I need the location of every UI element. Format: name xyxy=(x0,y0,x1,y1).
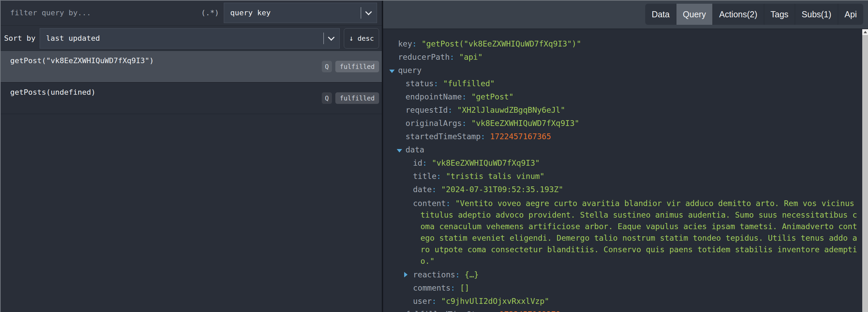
tree-row-startedtimestamp: startedTimeStamp: 1722457167365 xyxy=(398,130,862,143)
sort-by-select[interactable]: last updated xyxy=(40,28,340,49)
arrow-down-icon: ↓ xyxy=(349,34,353,42)
rtk-query-devtools: (.*) query key Sort by last updated ↓ de… xyxy=(0,0,868,312)
tree-value: "2024-07-31T09:52:35.193Z" xyxy=(441,185,563,194)
tree-colon: : xyxy=(412,39,422,48)
regex-toggle[interactable]: (.*) xyxy=(201,8,219,17)
tree-colon: : xyxy=(462,92,471,101)
tree-key: reducerPath xyxy=(398,53,450,61)
tree-row-reactions[interactable]: reactions: {…} xyxy=(398,268,862,281)
tree-row-date: date: "2024-07-31T09:52:35.193Z" xyxy=(398,183,862,196)
scroll-up-arrow-icon xyxy=(864,31,867,33)
tree-row-title: title: "tristis talis vinum" xyxy=(398,170,862,183)
tree-row-status: status: "fulfilled" xyxy=(398,77,862,90)
query-type-badge: Q xyxy=(322,61,332,72)
window-left-border xyxy=(0,0,1,312)
tree-key: comments xyxy=(413,283,451,292)
sort-by-selected-value: last updated xyxy=(46,34,100,42)
tree-row-requestid: requestId: "XH2lJlauwdZBgqBNy6eJl" xyxy=(398,104,862,117)
tree-value: "vk8EeZXWHIQuWD7fXq9I3" xyxy=(471,119,579,128)
collapse-arrow-icon[interactable] xyxy=(389,64,398,77)
tree-key: requestId xyxy=(406,106,448,114)
tree-value: "getPost" xyxy=(471,92,514,101)
tree-value: "vk8EeZXWHIQuWD7fXq9I3" xyxy=(432,159,540,167)
tab-api[interactable]: Api xyxy=(838,4,863,25)
tree-row-id: id: "vk8EeZXWHIQuWD7fXq9I3" xyxy=(398,157,862,170)
tree-key: originalArgs xyxy=(406,119,462,128)
tree-value: 1722457169379 xyxy=(499,310,560,312)
tree-colon: : xyxy=(462,119,471,128)
tree-row-originalargs: originalArgs: "vk8EeZXWHIQuWD7fXq9I3" xyxy=(398,117,862,130)
tree-colon: : xyxy=(436,172,446,181)
chevron-down-icon xyxy=(365,8,372,15)
tree-key: id xyxy=(413,159,422,167)
tab-subs-1[interactable]: Subs(1) xyxy=(795,4,838,25)
tree-colon: : xyxy=(446,199,455,208)
scrollbar-thumb[interactable] xyxy=(862,35,868,312)
tab-query[interactable]: Query xyxy=(676,4,712,25)
tree-key: date xyxy=(413,185,432,194)
tree-value: "Ventito voveo aegre curto avaritia blan… xyxy=(420,199,857,265)
tree-key: status xyxy=(406,79,434,88)
tree-row-data[interactable]: data xyxy=(398,143,862,157)
tree-value: [] xyxy=(460,283,469,292)
tree-value: "fulfilled" xyxy=(443,79,495,88)
sort-by-label: Sort by xyxy=(4,34,36,42)
tree-key: title xyxy=(413,172,436,181)
filter-by-select[interactable]: query key xyxy=(224,3,377,23)
query-key-label: getPosts(undefined) xyxy=(10,88,96,96)
tree-colon: : xyxy=(422,159,432,167)
select-divider xyxy=(323,33,324,44)
sort-order-button[interactable]: ↓ desc xyxy=(344,28,379,49)
query-list-item-1[interactable]: getPosts(undefined)Qfulfilled xyxy=(0,82,382,114)
tree-colon: : xyxy=(450,53,459,61)
tab-data[interactable]: Data xyxy=(645,4,676,25)
scrollbar[interactable] xyxy=(862,29,868,312)
tree-row-reducerpath: reducerPath: "api" xyxy=(398,51,862,64)
inspector-body: key: "getPost("vk8EeZXWHIQuWD7fXq9I3")"r… xyxy=(383,29,868,312)
filter-query-input[interactable] xyxy=(10,8,198,17)
query-type-badge: Q xyxy=(322,92,332,104)
tree-key: reactions xyxy=(413,270,455,279)
status-badge: fulfilled xyxy=(335,61,379,72)
tree-row-query[interactable]: query xyxy=(398,64,862,77)
tree-colon: : xyxy=(434,79,443,88)
tree-key: startedTimeStamp xyxy=(406,132,481,141)
tree-colon: : xyxy=(448,106,457,114)
tree-colon: : xyxy=(455,270,465,279)
tree-value: 1722457167365 xyxy=(490,132,551,141)
expand-arrow-icon[interactable] xyxy=(404,268,413,281)
select-divider xyxy=(361,7,361,19)
tree-value: {…} xyxy=(465,270,479,279)
json-tree: key: "getPost("vk8EeZXWHIQuWD7fXq9I3")"r… xyxy=(383,29,862,312)
tab-actions-2[interactable]: Actions(2) xyxy=(712,4,764,25)
tree-row-fulfilledtimestamp: fulfilledTimeStamp: 1722457169379 xyxy=(398,308,862,312)
sort-bar: Sort by last updated ↓ desc xyxy=(0,26,382,51)
window-top-border xyxy=(0,0,868,1)
query-key-label: getPost("vk8EeZXWHIQuWD7fXq9I3") xyxy=(10,56,154,65)
tree-colon: : xyxy=(432,297,441,306)
query-list: getPost("vk8EeZXWHIQuWD7fXq9I3")Qfulfill… xyxy=(0,51,382,114)
sort-order-label: desc xyxy=(358,34,374,42)
tree-value: "XH2lJlauwdZBgqBNy6eJl" xyxy=(457,106,565,114)
query-list-item-0[interactable]: getPost("vk8EeZXWHIQuWD7fXq9I3")Qfulfill… xyxy=(0,51,382,82)
tree-colon: : xyxy=(490,310,499,312)
tree-colon: : xyxy=(432,185,441,194)
collapse-arrow-icon[interactable] xyxy=(397,143,406,157)
tree-key: fulfilledTimeStamp xyxy=(406,310,490,312)
tree-value: "tristis talis vinum" xyxy=(446,172,545,181)
tree-key: query xyxy=(398,66,421,75)
tree-row-user: user: "c9jhvUlI2dOjxvRxxlVzp" xyxy=(398,295,862,308)
tree-value: "api" xyxy=(459,53,482,61)
tree-key: key xyxy=(398,39,412,48)
tree-row-content: content: "Ventito voveo aegre curto avar… xyxy=(398,198,862,267)
scroll-up-button[interactable] xyxy=(862,29,868,35)
inspector-tab-strip: DataQueryActions(2)TagsSubs(1)Api xyxy=(383,0,868,29)
tree-key: data xyxy=(406,145,424,154)
tree-row-key: key: "getPost("vk8EeZXWHIQuWD7fXq9I3")" xyxy=(398,37,862,51)
query-list-panel: (.*) query key Sort by last updated ↓ de… xyxy=(0,0,382,312)
tree-colon: : xyxy=(481,132,490,141)
tree-row-comments: comments: [] xyxy=(398,281,862,295)
query-badges: Qfulfilled xyxy=(322,92,379,104)
query-inspector-panel: DataQueryActions(2)TagsSubs(1)Api key: "… xyxy=(382,0,868,312)
tab-tags[interactable]: Tags xyxy=(764,4,795,25)
